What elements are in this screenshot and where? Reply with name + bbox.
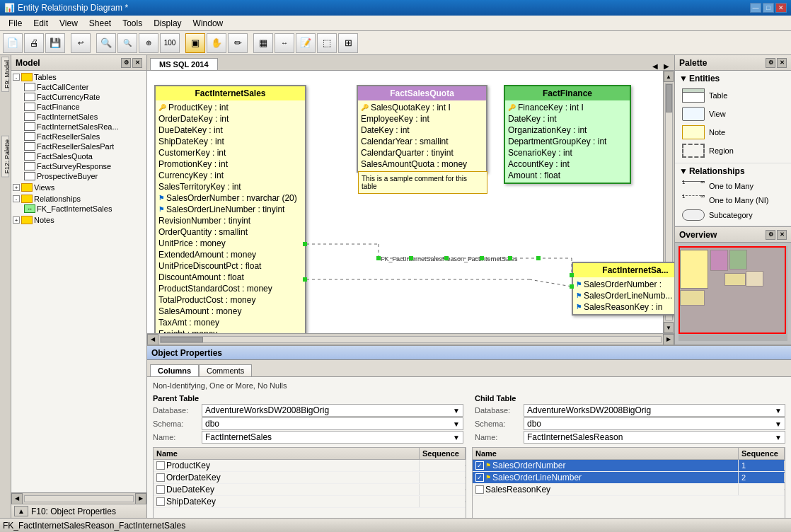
tree-item-factsurveyresponse[interactable]: FactSurveyResponse	[24, 161, 145, 171]
child-database-dropdown[interactable]: ▼	[775, 407, 782, 415]
menu-file[interactable]: File	[3, 17, 28, 30]
obj-tab-comments[interactable]: Comments	[199, 364, 252, 376]
scroll-up[interactable]: ▲	[664, 71, 674, 82]
parent-col-row-shipdatekey[interactable]: ShipDateKey	[154, 496, 466, 508]
tree-item-factinternetrea[interactable]: FactInternetSalesRea...	[24, 122, 145, 132]
save-button[interactable]: 💾	[45, 33, 65, 53]
rel-tool[interactable]: ↔	[275, 33, 294, 53]
menu-sheet[interactable]: Sheet	[83, 17, 117, 30]
scroll-down[interactable]: ▼	[664, 322, 674, 333]
tree-hscroll[interactable]: ◀ ▶	[11, 492, 146, 504]
palette-item-table[interactable]: Table	[679, 86, 787, 105]
scroll-left[interactable]: ◀	[11, 493, 23, 504]
menu-window[interactable]: Window	[187, 17, 229, 30]
child-database-value[interactable]: AdventureWorksDW2008BigOrig ▼	[524, 404, 785, 417]
menu-display[interactable]: Display	[148, 17, 187, 30]
vscroll-thumb[interactable]	[666, 84, 672, 112]
tree-tables-folder[interactable]: - Tables	[13, 72, 145, 82]
open-button[interactable]: 🖨	[24, 33, 44, 53]
tree-item-factinternetsales[interactable]: FactInternetSales	[24, 112, 145, 122]
minimize-button[interactable]: —	[750, 3, 761, 13]
parent-database-value[interactable]: AdventureWorksDW2008BigOrig ▼	[202, 404, 463, 417]
tree-item-prospectivebuyer[interactable]: ProspectiveBuyer	[24, 171, 145, 181]
parent-cb-duedatekey[interactable]	[156, 485, 165, 494]
parent-cb-orderdatekey[interactable]	[156, 473, 165, 482]
parent-schema-value[interactable]: dbo ▼	[202, 417, 463, 430]
hscroll-track[interactable]	[160, 336, 662, 343]
undo-button[interactable]: ↩	[71, 33, 91, 53]
child-schema-dropdown[interactable]: ▼	[775, 420, 782, 428]
overview-viewport[interactable]	[679, 246, 786, 334]
tree-item-fk-factinternetsales[interactable]: ↔ FK_FactInternetSales	[24, 204, 145, 214]
overview-close-button[interactable]: ✕	[777, 230, 787, 240]
diagram-canvas[interactable]: ▲ ▼ FactInternetSales 🔑ProductKey : int	[147, 71, 674, 333]
hand-button[interactable]: ✋	[207, 33, 226, 53]
child-cb-salesorderlinenumber[interactable]	[475, 473, 484, 482]
menu-tools[interactable]: Tools	[117, 17, 148, 30]
child-col-row-salesorderlinenumber[interactable]: ⚑ SalesOrderLineNumber 2	[473, 472, 785, 484]
scroll-right[interactable]: ▶	[135, 493, 146, 504]
child-name-dropdown[interactable]: ▼	[775, 434, 782, 441]
overview-settings-button[interactable]: ⚙	[766, 230, 775, 240]
tree-item-factresellersalespart[interactable]: FactResellerSalesPart	[24, 141, 145, 151]
child-col-row-salesreasonkey[interactable]: SalesReasonKey	[473, 484, 785, 496]
rels-expand[interactable]: ▼	[679, 166, 688, 176]
palette-item-region[interactable]: Region	[679, 141, 787, 160]
select-button[interactable]: ▣	[185, 33, 205, 53]
parent-name-value[interactable]: FactInternetSales ▼	[202, 431, 463, 444]
zoom-out-button[interactable]: 🔍	[117, 33, 137, 53]
hscroll-left[interactable]: ◀	[147, 334, 158, 345]
parent-schema-dropdown[interactable]: ▼	[453, 420, 460, 428]
child-schema-value[interactable]: dbo ▼	[524, 417, 785, 430]
table-tool[interactable]: ▦	[253, 33, 273, 53]
tree-notes-folder[interactable]: + Notes	[13, 215, 145, 225]
palette-item-one-many-ni[interactable]: 1 ∞ One to Many (NI)	[679, 193, 787, 207]
expand-tables[interactable]: -	[13, 74, 20, 81]
parent-col-row-productkey[interactable]: ProductKey	[154, 460, 466, 472]
parent-col-row-orderdatekey[interactable]: OrderDateKey	[154, 472, 466, 484]
palette-settings-button[interactable]: ⚙	[766, 58, 775, 68]
table-factinternetsales[interactable]: FactInternetSales 🔑ProductKey : int Orde…	[154, 85, 306, 333]
left-panel-status[interactable]: ▲ F10: Object Properties	[11, 504, 146, 518]
child-col-row-salesordernumber[interactable]: ⚑ SalesOrderNumber 1	[473, 460, 785, 472]
model-close-button[interactable]: ✕	[132, 58, 142, 68]
child-cb-salesordernumber[interactable]	[475, 461, 484, 470]
tree-views-folder[interactable]: + Views	[13, 183, 145, 192]
diagram-hscroll[interactable]: ◀ ▶	[147, 333, 674, 345]
note-tool[interactable]: 📝	[296, 33, 316, 53]
child-cb-salesreasonkey[interactable]	[475, 485, 484, 494]
maximize-button[interactable]: □	[763, 3, 774, 13]
palette-item-note[interactable]: Note	[679, 123, 787, 141]
tab-prev[interactable]: ◀	[650, 62, 660, 70]
table-factsalesquota[interactable]: FactSalesQuota 🔑SalesQuotaKey : int I Em…	[357, 85, 487, 173]
draw-button[interactable]: ✏	[228, 33, 248, 53]
hscroll-track[interactable]	[24, 495, 134, 502]
tree-item-factcallcenter[interactable]: FactCallCenter	[24, 82, 145, 92]
vtab-model[interactable]: F9: Model	[1, 57, 9, 92]
hscroll-thumb[interactable]	[161, 337, 203, 342]
model-settings-button[interactable]: ⚙	[121, 58, 131, 68]
vtab-palette[interactable]: F12: Palette	[1, 136, 9, 178]
expand-views[interactable]: +	[13, 184, 20, 191]
entities-expand[interactable]: ▼	[679, 74, 688, 83]
table-factinternetreasonreason[interactable]: FactInternetSa... ⚑SalesOrderNumber : ⚑S…	[572, 262, 674, 316]
palette-item-one-many[interactable]: 1 ∞ One to Many	[679, 179, 787, 193]
child-name-value[interactable]: FactInternetSalesReason ▼	[524, 431, 785, 444]
tree-item-factsalesquota[interactable]: FactSalesQuota	[24, 151, 145, 161]
zoom-in-button[interactable]: 🔍	[96, 33, 116, 53]
zoom-100-button[interactable]: 100	[160, 33, 180, 53]
region-tool[interactable]: ⬚	[317, 33, 337, 53]
palette-item-subcategory[interactable]: Subcategory	[679, 207, 787, 223]
palette-item-view[interactable]: View	[679, 105, 787, 123]
tree-item-factfinance[interactable]: FactFinance	[24, 102, 145, 112]
expand-rels[interactable]: -	[13, 195, 20, 202]
zoom-fit-button[interactable]: ⊕	[139, 33, 158, 53]
tree-item-factcurrencyrate[interactable]: FactCurrencyRate	[24, 92, 145, 102]
overview-canvas[interactable]	[675, 243, 791, 345]
menu-edit[interactable]: Edit	[28, 17, 54, 30]
tab-next[interactable]: ▶	[662, 62, 671, 70]
palette-close-button[interactable]: ✕	[777, 58, 787, 68]
layout-tool[interactable]: ⊞	[338, 33, 358, 53]
parent-cb-productkey[interactable]	[156, 461, 165, 470]
obj-tab-columns[interactable]: Columns	[150, 364, 199, 376]
